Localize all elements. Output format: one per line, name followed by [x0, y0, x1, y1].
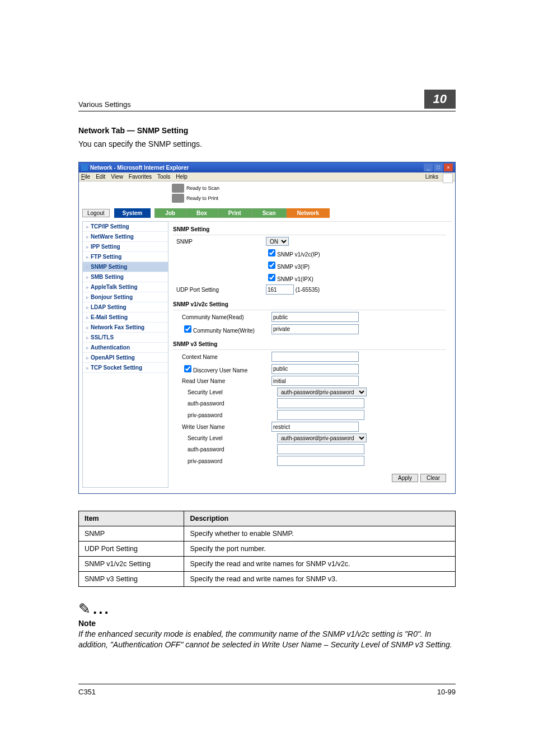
sidebar-item-ssl-tls[interactable]: SSL/TLS — [83, 333, 168, 343]
ie-menubar: File Edit View Favorites Tools Help Link… — [79, 172, 455, 181]
description-table: Item Description SNMPSpecify whether to … — [78, 511, 456, 587]
table-cell-item: SNMP v3 Setting — [79, 572, 184, 587]
read-security-level-select[interactable]: auth-password/priv-password — [277, 388, 367, 396]
note-heading: Note — [78, 619, 456, 628]
menu-tools[interactable]: Tools — [157, 174, 170, 180]
read-user-input[interactable] — [271, 376, 359, 386]
sidebar-item-tcp-socket-setting[interactable]: TCP Socket Setting — [83, 363, 168, 373]
menu-help[interactable]: Help — [176, 174, 188, 180]
table-head-item: Item — [79, 511, 184, 526]
form-heading-snmp: SNMP Setting — [173, 224, 446, 235]
sidebar-item-network-fax-setting[interactable]: Network Fax Setting — [83, 323, 168, 333]
section-intro: You can specify the SNMP settings. — [78, 139, 456, 148]
read-privpw-label: priv-password — [173, 412, 277, 418]
udp-port-input[interactable] — [266, 284, 294, 295]
community-read-input[interactable] — [271, 312, 359, 322]
sidebar: TCP/IP SettingNetWare SettingIPP Setting… — [82, 221, 168, 488]
tab-scan[interactable]: Scan — [252, 208, 287, 218]
menu-file[interactable]: File — [81, 174, 90, 180]
header-left: Various Settings — [78, 100, 131, 109]
menu-edit[interactable]: Edit — [96, 174, 105, 180]
read-user-label: Read User Name — [173, 378, 271, 384]
community-write-input[interactable] — [271, 324, 359, 334]
sidebar-item-tcp-ip-setting[interactable]: TCP/IP Setting — [83, 222, 168, 232]
table-cell-desc: Specify whether to enable SNMP. — [184, 526, 456, 542]
read-authpw-label: auth-password — [173, 400, 277, 407]
minimize-icon[interactable]: _ — [424, 164, 433, 171]
udp-range: (1-65535) — [296, 287, 320, 293]
sidebar-item-ipp-setting[interactable]: IPP Setting — [83, 242, 168, 252]
discovery-user-check[interactable] — [184, 365, 191, 372]
menu-view[interactable]: View — [111, 174, 123, 180]
write-authpw-input[interactable] — [277, 444, 364, 454]
sidebar-item-ldap-setting[interactable]: LDAP Setting — [83, 302, 168, 312]
community-read-label: Community Name(Read) — [173, 314, 271, 320]
table-cell-desc: Specify the read and write names for SNM… — [184, 557, 456, 572]
discovery-user-label-wrap: Discovery User Name — [173, 363, 271, 374]
page-footer: C351 10-99 — [78, 684, 456, 696]
table-cell-desc: Specify the read and write names for SNM… — [184, 572, 456, 587]
table-row: UDP Port SettingSpecify the port number. — [79, 542, 456, 557]
tab-job[interactable]: Job — [154, 208, 186, 218]
ie-titlebar: Network - Microsoft Internet Explorer _ … — [79, 162, 455, 172]
table-cell-item: SNMP v1/v2c Setting — [79, 557, 184, 572]
ie-title-text: Network - Microsoft Internet Explorer — [90, 165, 189, 171]
table-cell-desc: Specify the port number. — [184, 542, 456, 557]
sidebar-item-authentication[interactable]: Authentication — [83, 343, 168, 353]
links-label[interactable]: Links — [425, 174, 438, 180]
write-user-label: Write User Name — [173, 424, 271, 430]
snmp-label: SNMP — [173, 239, 266, 245]
table-head-desc: Description — [184, 511, 456, 526]
main-tabs-row: Logout System Job Box Print Scan Network — [82, 208, 452, 218]
note-body: If the enhanced security mode is enabled… — [78, 629, 456, 650]
apply-button[interactable]: Apply — [392, 474, 418, 482]
logout-button[interactable]: Logout — [82, 209, 110, 217]
sidebar-item-appletalk-setting[interactable]: AppleTalk Setting — [83, 282, 168, 292]
printer-icon — [172, 194, 184, 203]
table-row: SNMP v3 SettingSpecify the read and writ… — [79, 572, 456, 587]
discovery-user-input[interactable] — [271, 364, 359, 374]
status-print: Ready to Print — [186, 195, 218, 201]
tab-print[interactable]: Print — [218, 208, 252, 218]
close-icon[interactable]: × — [444, 164, 453, 171]
tab-box[interactable]: Box — [186, 208, 218, 218]
clear-button[interactable]: Clear — [420, 474, 446, 482]
context-name-label: Context Name — [173, 354, 271, 360]
discovery-user-label: Discovery User Name — [193, 367, 247, 374]
write-user-input[interactable] — [271, 422, 359, 432]
scanner-icon — [172, 184, 184, 193]
udp-port-label: UDP Port Setting — [173, 287, 266, 293]
write-privpw-label: priv-password — [173, 458, 277, 464]
write-security-level-label: Security Level — [173, 435, 277, 441]
snmp-v1-ipx-check[interactable]: SNMP v1(IPX) — [266, 276, 313, 282]
menu-favorites[interactable]: Favorites — [129, 174, 152, 180]
chapter-badge: 10 — [424, 90, 456, 109]
sidebar-item-netware-setting[interactable]: NetWare Setting — [83, 232, 168, 242]
note-icon: ✎... — [78, 600, 456, 618]
maximize-icon[interactable]: □ — [434, 164, 443, 171]
community-write-label-wrap: Community Name(Write) — [173, 324, 271, 334]
sidebar-item-ftp-setting[interactable]: FTP Setting — [83, 252, 168, 262]
sidebar-item-bonjour-setting[interactable]: Bonjour Setting — [83, 292, 168, 302]
write-privpw-input[interactable] — [277, 456, 364, 466]
tab-system[interactable]: System — [114, 208, 151, 218]
table-cell-item: SNMP — [79, 526, 184, 542]
snmp-v3-ip-check[interactable]: SNMP v3(IP) — [266, 264, 310, 270]
read-privpw-input[interactable] — [277, 410, 364, 420]
context-name-input[interactable] — [271, 352, 359, 362]
sidebar-item-openapi-setting[interactable]: OpenAPI Setting — [83, 353, 168, 363]
table-row: SNMPSpecify whether to enable SNMP. — [79, 526, 456, 542]
sidebar-item-snmp-setting[interactable]: SNMP Setting — [83, 262, 168, 272]
form-heading-v1v2c: SNMP v1/v2c Setting — [173, 299, 446, 310]
community-write-check[interactable] — [184, 325, 191, 333]
read-authpw-input[interactable] — [277, 398, 364, 408]
section-title: Network Tab — SNMP Setting — [78, 126, 456, 135]
ie-throbber-icon — [443, 173, 453, 183]
write-authpw-label: auth-password — [173, 446, 277, 452]
snmp-v1v2c-ip-check[interactable]: SNMP v1/v2c(IP) — [266, 251, 320, 258]
snmp-select[interactable]: ON — [266, 237, 289, 246]
sidebar-item-smb-setting[interactable]: SMB Setting — [83, 272, 168, 282]
write-security-level-select[interactable]: auth-password/priv-password — [277, 433, 367, 442]
sidebar-item-e-mail-setting[interactable]: E-Mail Setting — [83, 312, 168, 323]
tab-network[interactable]: Network — [287, 208, 330, 218]
